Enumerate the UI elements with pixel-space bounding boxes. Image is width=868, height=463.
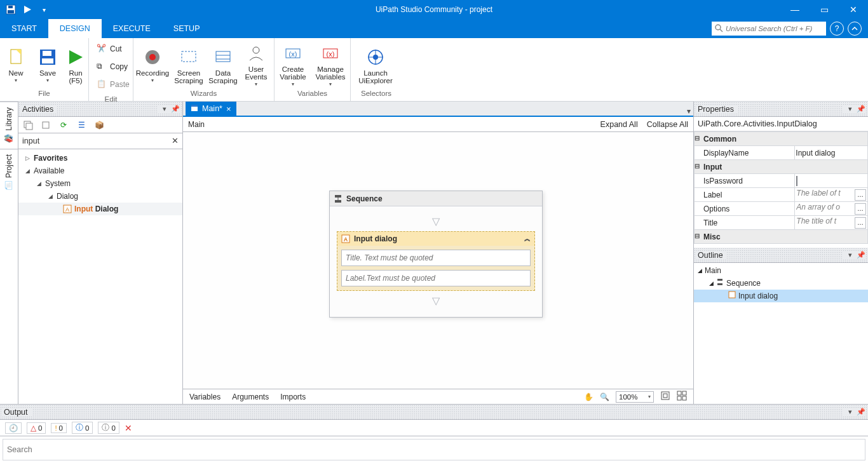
tree-favorites[interactable]: ▷Favorites [18, 152, 182, 164]
pan-icon[interactable]: ✋ [584, 393, 593, 401]
expand-all-icon[interactable] [22, 119, 34, 131]
rail-library[interactable]: 📚 Library [0, 102, 18, 149]
tree-available[interactable]: ◢Available [18, 164, 182, 177]
data-scraping-button[interactable]: Data Scraping [206, 44, 240, 84]
input-dialog-title-field[interactable] [341, 250, 531, 266]
clear-output-icon[interactable]: ✕ [125, 423, 132, 433]
breadcrumb-main[interactable]: Main [188, 120, 205, 129]
prop-label-value[interactable]: The label of t [796, 189, 853, 198]
tree-dialog[interactable]: ◢Dialog [18, 190, 182, 203]
time-filter[interactable]: 🕘 [5, 422, 22, 434]
outline-sequence[interactable]: ◢Sequence [694, 277, 868, 290]
wizards-group-label: Wizards [133, 90, 274, 101]
sequence-activity[interactable]: Sequence ▽ A Input dialog ︽ [329, 191, 543, 318]
run-button[interactable]: Run(F5) [64, 44, 88, 84]
filter-icon[interactable]: ☰ [76, 119, 87, 131]
warning-filter[interactable]: !0 [51, 423, 67, 433]
zoom-combo[interactable]: 100% [616, 391, 654, 403]
activities-search-input[interactable] [18, 133, 182, 149]
trace-filter[interactable]: ⓘ0 [98, 422, 119, 434]
rail-project[interactable]: 📄 Project [0, 149, 18, 196]
save-button[interactable]: Save [32, 44, 64, 84]
category-misc[interactable]: Misc [703, 232, 721, 241]
fit-to-screen-icon[interactable] [660, 391, 670, 403]
outline-main[interactable]: ◢Main [694, 264, 868, 277]
project-icon: 📄 [4, 181, 13, 191]
output-pin-icon[interactable]: 📌 [857, 408, 865, 417]
insert-top-arrow[interactable]: ▽ [432, 215, 440, 227]
tab-start[interactable]: Start [0, 19, 48, 38]
window-maximize[interactable]: ▭ [810, 0, 839, 19]
qat-save[interactable] [4, 3, 18, 17]
svg-text:A: A [344, 236, 348, 243]
copy-button[interactable]: ⧉Copy [94, 58, 132, 75]
window-close[interactable]: ✕ [839, 0, 868, 19]
imports-tab[interactable]: Imports [280, 393, 306, 401]
manage-variables-button[interactable]: (x) Manage Variables [311, 40, 349, 88]
tab-execute[interactable]: Execute [102, 19, 162, 38]
svg-rect-34 [191, 105, 198, 107]
arguments-tab[interactable]: Arguments [232, 393, 269, 401]
paste-button[interactable]: 📋Paste [94, 76, 132, 93]
document-tab-main[interactable]: Main* × [186, 102, 236, 116]
svg-rect-41 [663, 394, 667, 398]
info-filter[interactable]: ⓘ0 [72, 422, 93, 434]
new-button[interactable]: New [0, 44, 32, 84]
insert-bottom-arrow[interactable]: ▽ [432, 295, 440, 307]
properties-dropdown[interactable]: ▾ [846, 105, 855, 114]
qat-customize[interactable]: ▾ [37, 3, 51, 17]
user-events-label: User Events [245, 65, 267, 81]
activities-dropdown[interactable]: ▾ [160, 105, 169, 114]
prop-title-value[interactable]: The title of t [796, 217, 853, 225]
create-variable-button[interactable]: (x) Create Variable [275, 40, 311, 88]
tab-design[interactable]: Design [48, 19, 102, 38]
svg-rect-30 [43, 122, 49, 128]
variables-tab[interactable]: Variables [189, 393, 220, 401]
qat-run[interactable] [20, 3, 34, 17]
recording-button[interactable]: Recording [133, 44, 172, 84]
screen-scraping-button[interactable]: Screen Scraping [172, 44, 206, 84]
window-minimize[interactable]: — [780, 0, 810, 19]
trace-count: 0 [111, 424, 115, 432]
outline-dropdown[interactable]: ▾ [846, 251, 855, 260]
output-dropdown[interactable]: ▾ [846, 408, 855, 417]
universal-search-input[interactable] [712, 22, 826, 36]
tabs-dropdown[interactable]: ▾ [687, 107, 691, 116]
collapse-all-link[interactable]: Collapse All [647, 120, 688, 129]
prop-title-edit-button[interactable]: … [855, 217, 866, 229]
error-filter[interactable]: △0 [27, 422, 46, 434]
prop-ispassword-checkbox[interactable] [796, 176, 797, 186]
category-input[interactable]: Input [703, 163, 722, 171]
input-dialog-label-field[interactable] [341, 270, 531, 286]
prop-options-value[interactable]: An array of o [796, 203, 853, 211]
zoom-icon[interactable]: 🔍 [600, 393, 609, 401]
tree-input-dialog[interactable]: A Input Dialog [18, 203, 182, 215]
collapse-all-icon[interactable] [40, 119, 51, 131]
tab-setup[interactable]: Setup [162, 19, 212, 38]
collapse-activity-icon[interactable]: ︽ [524, 234, 531, 243]
activities-pin-icon[interactable]: 📌 [171, 105, 180, 114]
cut-button[interactable]: ✂️Cut [94, 41, 132, 57]
uiexplorer-button[interactable]: Launch UiExplorer [351, 44, 400, 84]
package-icon[interactable]: 📦 [93, 119, 105, 131]
user-events-button[interactable]: User Events [240, 40, 272, 88]
outline-input-dialog[interactable]: Input dialog [694, 290, 868, 302]
tree-system[interactable]: ◢System [18, 177, 182, 190]
clear-search-icon[interactable]: ✕ [172, 136, 179, 145]
prop-options-edit-button[interactable]: … [855, 203, 866, 215]
prop-label-edit-button[interactable]: … [855, 189, 866, 201]
outline-pin-icon[interactable]: 📌 [857, 251, 865, 260]
output-search-input[interactable] [3, 439, 865, 460]
overview-icon[interactable] [677, 391, 687, 403]
expand-all-link[interactable]: Expand All [600, 120, 638, 129]
refresh-icon[interactable]: ⟳ [58, 119, 69, 131]
error-icon: △ [31, 424, 36, 433]
close-tab-icon[interactable]: × [226, 104, 231, 114]
prop-displayname-value[interactable]: Input dialog [795, 146, 868, 160]
category-common[interactable]: Common [703, 135, 736, 144]
svg-rect-29 [26, 123, 32, 130]
input-dialog-activity[interactable]: A Input dialog ︽ [337, 231, 535, 291]
properties-pin-icon[interactable]: 📌 [857, 105, 865, 114]
ribbon-collapse-button[interactable] [848, 22, 862, 36]
help-button[interactable]: ? [830, 22, 844, 36]
